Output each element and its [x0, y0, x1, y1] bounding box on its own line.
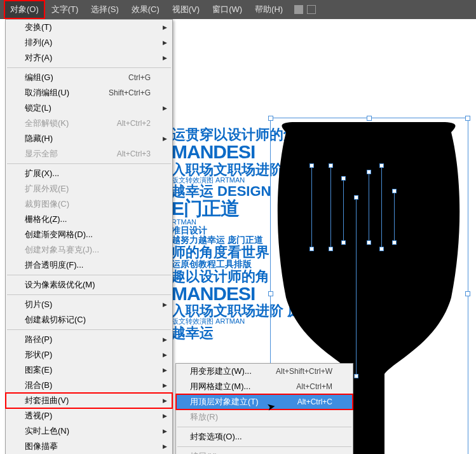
menu-item: 全部解锁(K)Alt+Ctrl+2	[6, 116, 172, 131]
submenu-item: 扩展(X)	[176, 449, 353, 454]
menu-item-label: 栅格化(Z)...	[25, 214, 67, 225]
menu-separator	[7, 67, 171, 68]
menu-item: 显示全部Alt+Ctrl+3	[6, 146, 172, 162]
submenu-item[interactable]: 用网格建立(M)...Alt+Ctrl+M	[176, 379, 353, 394]
selection-handle[interactable]	[465, 116, 470, 121]
menu-item[interactable]: 实时上色(N)	[6, 423, 172, 439]
menu-view[interactable]: 视图(V)	[166, 0, 206, 19]
menu-shortcut: Alt+Ctrl+C	[297, 397, 341, 406]
menu-item-label: 变换(T)	[25, 22, 52, 33]
menu-item-label: 创建渐变网格(D)...	[25, 229, 93, 240]
menu-separator	[7, 163, 171, 164]
menu-item-label: 形状(P)	[25, 349, 52, 361]
menu-item-label: 切片(S)	[25, 299, 52, 310]
menu-item[interactable]: 变换(T)	[6, 20, 172, 35]
submenu-item[interactable]: 用变形建立(W)...Alt+Shift+Ctrl+W	[176, 364, 353, 379]
menu-item-label: 创建对象马赛克(J)...	[25, 244, 99, 256]
menu-item-label: 路径(P)	[25, 334, 52, 345]
menu-item-label: 隐藏(H)	[25, 133, 53, 144]
menu-item-label: 取消编组(U)	[25, 87, 69, 99]
menu-shortcut: Alt+Ctrl+M	[296, 382, 341, 391]
menu-object[interactable]: 对象(O)	[4, 0, 45, 19]
menu-item[interactable]: 栅格化(Z)...	[6, 212, 172, 227]
submenu-item: 释放(R)	[176, 409, 353, 425]
menu-item-label: 用网格建立(M)...	[190, 381, 250, 392]
menu-separator	[7, 329, 171, 330]
menu-item-label: 显示全部	[25, 148, 58, 160]
menu-item[interactable]: 锁定(L)	[6, 100, 172, 116]
menu-item[interactable]: 设为像素级优化(M)	[6, 277, 172, 292]
menu-item[interactable]: 编组(G)Ctrl+G	[6, 70, 172, 85]
menu-item-label: 扩展(X)...	[25, 168, 59, 179]
menu-item-label: 实时上色(N)	[25, 425, 69, 437]
menu-item[interactable]: 图案(E)	[6, 362, 172, 378]
view-mode-icons	[294, 5, 316, 14]
menu-separator	[7, 275, 171, 275]
menu-shortcut: Alt+Shift+Ctrl+W	[276, 367, 341, 376]
menu-item-label: 透视(P)	[25, 410, 52, 422]
menu-item[interactable]: 路径(P)	[6, 332, 172, 347]
menu-item: 创建对象马赛克(J)...	[6, 242, 172, 258]
menu-item-label: 全部解锁(K)	[25, 118, 69, 129]
menu-select[interactable]: 选择(S)	[85, 0, 125, 19]
menu-item[interactable]: 拼合透明度(F)...	[6, 258, 172, 273]
menu-separator	[177, 427, 351, 427]
selection-handle[interactable]	[465, 291, 470, 296]
submenu-item[interactable]: 封套选项(O)...	[176, 429, 353, 444]
menu-separator	[177, 446, 351, 447]
menu-item-label: 编组(G)	[25, 72, 53, 83]
menubar: 对象(O) 文字(T) 选择(S) 效果(C) 视图(V) 窗口(W) 帮助(H…	[0, 0, 476, 19]
menu-effect[interactable]: 效果(C)	[125, 0, 166, 19]
menu-item-label: 封套选项(O)...	[190, 431, 242, 443]
menu-help[interactable]: 帮助(H)	[248, 0, 289, 19]
menu-item[interactable]: 形状(P)	[6, 347, 172, 362]
menu-item[interactable]: 扩展(X)...	[6, 166, 172, 181]
menu-type[interactable]: 文字(T)	[45, 0, 85, 19]
envelope-distort-submenu: 用变形建立(W)...Alt+Shift+Ctrl+W用网格建立(M)...Al…	[175, 363, 353, 454]
view-mode-fill-icon[interactable]	[294, 5, 303, 14]
menu-item[interactable]: 排列(A)	[6, 35, 172, 50]
selection-handle[interactable]	[268, 116, 273, 121]
menu-shortcut: Shift+Ctrl+G	[109, 88, 160, 97]
menu-item[interactable]: 创建裁切标记(C)	[6, 312, 172, 327]
menu-item-label: 锁定(L)	[25, 102, 51, 114]
menu-item-label: 图案(E)	[25, 364, 52, 376]
menu-item[interactable]: 创建渐变网格(D)...	[6, 227, 172, 242]
menu-separator	[7, 294, 171, 295]
menu-item[interactable]: 取消编组(U)Shift+Ctrl+G	[6, 85, 172, 100]
menu-item[interactable]: 混合(B)	[6, 378, 172, 393]
menu-item[interactable]: 切片(S)	[6, 297, 172, 312]
menu-item-label: 排列(A)	[25, 37, 52, 48]
menu-item-label: 设为像素级优化(M)	[25, 279, 95, 291]
menu-shortcut: Alt+Ctrl+2	[117, 119, 160, 128]
menu-item[interactable]: 透视(P)	[6, 408, 172, 423]
menu-item: 扩展外观(E)	[6, 181, 172, 196]
menu-item-label: 扩展外观(E)	[25, 183, 69, 195]
menu-item: 裁剪图像(C)	[6, 196, 172, 212]
menu-item-label: 用变形建立(W)...	[190, 366, 252, 377]
menu-item-label: 创建裁切标记(C)	[25, 314, 86, 326]
menu-item[interactable]: 对齐(A)	[6, 50, 172, 65]
submenu-item[interactable]: 用顶层对象建立(T)Alt+Ctrl+C	[176, 394, 353, 409]
menu-item[interactable]: 隐藏(H)	[6, 131, 172, 146]
menu-item-label: 对齐(A)	[25, 52, 52, 64]
menu-item-label: 混合(B)	[25, 380, 52, 391]
menu-item-label: 图像描摹	[25, 441, 58, 452]
menu-window[interactable]: 窗口(W)	[206, 0, 248, 19]
menu-item-label: 裁剪图像(C)	[25, 198, 69, 210]
menu-item-label: 封套扭曲(V)	[25, 395, 69, 406]
menu-item-label: 释放(R)	[190, 411, 218, 423]
menu-shortcut: Ctrl+G	[128, 73, 160, 82]
view-mode-outline-icon[interactable]	[307, 5, 316, 14]
menu-item-label: 扩展(X)	[190, 451, 217, 454]
menu-item[interactable]: 封套扭曲(V)	[6, 393, 172, 408]
menu-item[interactable]: 图像描摹	[6, 439, 172, 454]
object-dropdown-menu: 变换(T)排列(A)对齐(A)编组(G)Ctrl+G取消编组(U)Shift+C…	[5, 19, 173, 454]
menu-item-label: 用顶层对象建立(T)	[190, 396, 259, 408]
menu-shortcut: Alt+Ctrl+3	[117, 149, 160, 158]
menu-item-label: 拼合透明度(F)...	[25, 259, 83, 271]
